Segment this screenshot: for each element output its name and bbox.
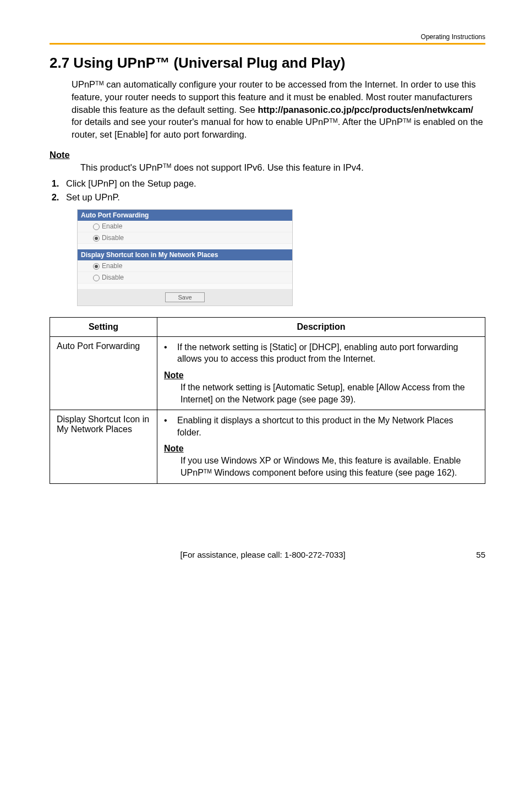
tm-mark: TM (204, 468, 212, 475)
panel1-disable-row[interactable]: Disable (78, 232, 292, 244)
intro-text-a: UPnP (72, 79, 95, 89)
row2-setting-cell: Display Shortcut Icon in My Network Plac… (50, 410, 157, 483)
save-button[interactable]: Save (165, 292, 204, 302)
steps-list: Click [UPnP] on the Setup page. Set up U… (50, 178, 485, 203)
intro-link: http://panasonic.co.jp/pcc/products/en/n… (258, 105, 473, 115)
row2-bullet-text: Enabling it displays a shortcut to this … (177, 415, 478, 438)
table-row: Display Shortcut Icon in My Network Plac… (50, 410, 485, 483)
row2-note-heading: Note (164, 444, 478, 454)
panel2-disable-row[interactable]: Disable (78, 272, 292, 284)
row1-bullet: • If the network setting is [Static] or … (164, 341, 478, 365)
footer-assist: [For assistance, please call: 1-800-272-… (181, 550, 346, 559)
intro-text-c: for details and see your router's manual… (72, 117, 329, 127)
panel2-enable-label: Enable (102, 262, 122, 270)
row1-note-body: If the network setting is [Automatic Set… (181, 382, 478, 405)
section-title: 2.7 Using UPnP™ (Universal Plug and Play… (50, 55, 485, 72)
header-doc-title: Operating Instructions (50, 33, 485, 41)
table-row: Auto Port Forwarding • If the network se… (50, 336, 485, 410)
tm-mark: TM (403, 117, 411, 124)
note-text-b: does not support IPv6. Use this feature … (171, 162, 363, 172)
panel1-enable-row[interactable]: Enable (78, 221, 292, 232)
step-1: Click [UPnP] on the Setup page. (62, 178, 485, 189)
panel2-disable-label: Disable (102, 274, 124, 281)
tm-mark: TM (163, 162, 171, 169)
th-setting: Setting (50, 317, 157, 336)
tm-mark: TM (95, 80, 103, 86)
bullet-dot: • (164, 415, 177, 438)
row2-note-body: If you use Windows XP or Windows Me, thi… (181, 455, 478, 478)
note-heading: Note (50, 150, 485, 160)
footer-page-number: 55 (476, 550, 485, 559)
table-header-row: Setting Description (50, 317, 485, 336)
panel-spacer (78, 284, 292, 289)
radio-icon (93, 263, 100, 270)
row2-bullet: • Enabling it displays a shortcut to thi… (164, 415, 478, 438)
settings-table: Setting Description Auto Port Forwarding… (50, 317, 485, 484)
panel-spacer (78, 244, 292, 249)
tm-mark: TM (329, 117, 337, 124)
panel1-enable-label: Enable (102, 222, 122, 230)
save-row: Save (78, 289, 292, 306)
row2-desc-cell: • Enabling it displays a shortcut to thi… (157, 410, 485, 483)
panel1-header: Auto Port Forwarding (78, 210, 292, 221)
step-2: Set up UPnP. (62, 192, 485, 203)
bullet-dot: • (164, 341, 177, 365)
row1-desc-cell: • If the network setting is [Static] or … (157, 336, 485, 410)
note-body: This product's UPnPTM does not support I… (80, 162, 485, 173)
radio-icon (93, 235, 100, 242)
intro-paragraph: UPnPTM can automatically configure your … (72, 78, 485, 141)
panel2-enable-row[interactable]: Enable (78, 260, 292, 272)
row1-setting-cell: Auto Port Forwarding (50, 336, 157, 410)
panel2-header: Display Shortcut Icon in My Network Plac… (78, 249, 292, 260)
embedded-ui-screenshot: Auto Port Forwarding Enable Disable Disp… (77, 209, 293, 306)
row1-note-heading: Note (164, 370, 478, 380)
row2-note-text-b: Windows component before using this feat… (212, 468, 457, 477)
page-footer: [For assistance, please call: 1-800-272-… (50, 550, 485, 559)
panel1-disable-label: Disable (102, 234, 124, 242)
note-text-a: This product's UPnP (80, 162, 163, 172)
row1-bullet-text: If the network setting is [Static] or [D… (177, 341, 478, 365)
radio-icon (93, 275, 100, 281)
header-rule (50, 43, 485, 45)
intro-text-d: . After the UPnP (338, 117, 403, 127)
th-description: Description (157, 317, 485, 336)
radio-icon (93, 224, 100, 230)
